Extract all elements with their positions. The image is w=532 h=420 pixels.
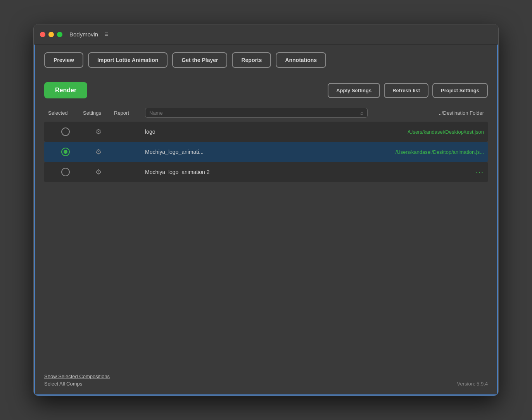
maximize-button[interactable]: [57, 32, 62, 37]
render-button[interactable]: Render: [44, 82, 87, 98]
reports-button[interactable]: Reports: [232, 52, 271, 68]
main-content: Preview Import Lottie Animation Get the …: [34, 45, 498, 396]
comp-name-1: logo: [145, 129, 368, 135]
comp-path-1[interactable]: /Users/kandasei/Desktop/test.json: [368, 129, 484, 135]
select-radio-comp2[interactable]: [61, 148, 70, 156]
composition-list: ⚙ logo /Users/kandasei/Desktop/test.json…: [44, 122, 488, 367]
apply-settings-button[interactable]: Apply Settings: [328, 83, 380, 98]
col-dest-header: ../Destination Folder: [368, 110, 484, 116]
comp-name-3: Mochiya_logo_animation 2: [145, 169, 368, 175]
hamburger-icon[interactable]: ≡: [104, 30, 109, 38]
name-search-box[interactable]: ⌕: [145, 108, 368, 118]
app-title: Bodymovin: [69, 31, 98, 38]
table-row: ⚙ Mochiya_logo_animation 2 ···: [44, 162, 488, 182]
import-lottie-button[interactable]: Import Lottie Animation: [88, 52, 168, 68]
col-selected-header: Selected: [48, 110, 83, 116]
minimize-button[interactable]: [48, 32, 54, 37]
annotations-button[interactable]: Annotations: [276, 52, 326, 68]
gear-icon: ⚙: [95, 127, 102, 136]
comp-name-2: Mochiya_logo_animati...: [145, 149, 368, 155]
select-radio-comp3[interactable]: [61, 168, 70, 176]
settings-gear-comp3[interactable]: ⚙: [83, 168, 114, 176]
comp-path-2[interactable]: /Users/kandasei/Desktop/animation.js...: [368, 149, 484, 155]
gear-icon: ⚙: [95, 168, 102, 176]
search-icon: ⌕: [360, 110, 363, 116]
gear-icon: ⚙: [95, 148, 102, 156]
version-label: Version: 5.9.4: [457, 381, 488, 387]
titlebar: Bodymovin ≡: [34, 24, 498, 45]
search-input[interactable]: [149, 110, 358, 116]
refresh-list-button[interactable]: Refresh list: [384, 83, 428, 98]
bottom-bar: Show Selected Compositions Select All Co…: [44, 367, 488, 387]
col-report-header: Report: [114, 110, 145, 116]
divider: [44, 75, 488, 75]
table-row: ⚙ Mochiya_logo_animati... /Users/kandase…: [44, 142, 488, 162]
bottom-links: Show Selected Compositions Select All Co…: [44, 374, 110, 387]
show-selected-link[interactable]: Show Selected Compositions: [44, 374, 110, 379]
settings-gear-comp1[interactable]: ⚙: [83, 127, 114, 136]
top-buttons-row: Preview Import Lottie Animation Get the …: [44, 52, 488, 68]
select-all-link[interactable]: Select All Comps: [44, 381, 110, 387]
project-settings-button[interactable]: Project Settings: [432, 83, 488, 98]
preview-button[interactable]: Preview: [44, 52, 83, 68]
radio-active-indicator: [64, 150, 67, 154]
table-row: ⚙ logo /Users/kandasei/Desktop/test.json: [44, 122, 488, 142]
more-options-comp3[interactable]: ···: [368, 168, 484, 176]
table-header: Selected Settings Report ⌕ ../Destinatio…: [44, 105, 488, 120]
get-player-button[interactable]: Get the Player: [172, 52, 227, 68]
col-settings-header: Settings: [83, 110, 114, 116]
close-button[interactable]: [40, 32, 45, 37]
select-radio-comp1[interactable]: [61, 127, 70, 136]
app-window: Bodymovin ≡ Preview Import Lottie Animat…: [33, 24, 499, 396]
settings-gear-comp2[interactable]: ⚙: [83, 148, 114, 156]
action-row: Render Apply Settings Refresh list Proje…: [44, 82, 488, 98]
traffic-lights: [40, 32, 62, 37]
